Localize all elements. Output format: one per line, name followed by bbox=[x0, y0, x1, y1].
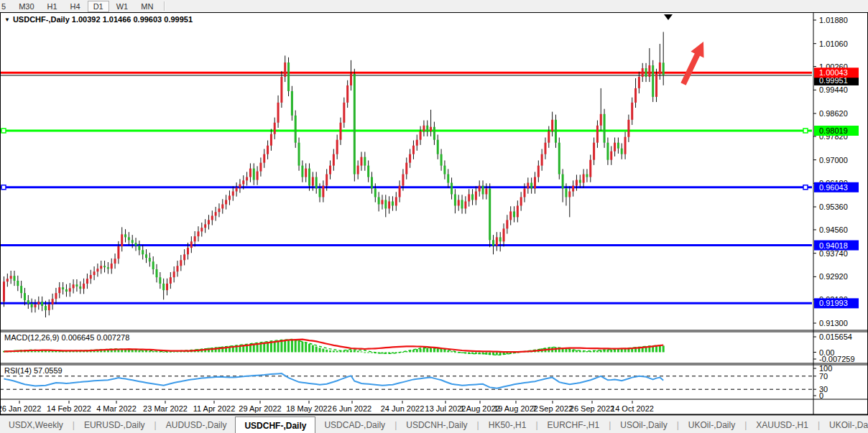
candle-body-up bbox=[48, 304, 50, 310]
macd-bar bbox=[443, 350, 445, 352]
candle-body-up bbox=[90, 275, 92, 279]
candle-body-up bbox=[173, 271, 175, 277]
candle-body-up bbox=[402, 174, 404, 186]
candle-body-down bbox=[604, 114, 606, 143]
candle-body-up bbox=[423, 126, 425, 131]
candle-body-up bbox=[648, 65, 650, 77]
candle-body-up bbox=[395, 197, 397, 205]
macd-bar bbox=[333, 350, 335, 352]
candle-body-up bbox=[187, 248, 189, 254]
candle-body-up bbox=[73, 284, 75, 288]
candle-body-up bbox=[638, 77, 640, 88]
candle-body-up bbox=[218, 208, 220, 212]
candle-body-up bbox=[340, 123, 342, 140]
candle-body-down bbox=[308, 169, 310, 186]
candle-body-down bbox=[606, 143, 609, 160]
timeframe-toolbar: 5M30H1H4D1W1MN bbox=[0, 0, 868, 13]
macd-bar bbox=[402, 352, 404, 353]
candle-body-up bbox=[343, 103, 345, 123]
candle-body-up bbox=[593, 143, 595, 160]
hline-handle-left[interactable] bbox=[1, 129, 6, 133]
candle-body-down bbox=[354, 74, 356, 174]
timeframe-button-w1[interactable]: W1 bbox=[111, 1, 134, 12]
price-tick-label: 1.01060 bbox=[819, 39, 848, 48]
macd-bar bbox=[291, 339, 293, 352]
candle-body-up bbox=[631, 103, 633, 120]
date-label: 26 Jan 2022 bbox=[0, 404, 41, 413]
candle-body-down bbox=[384, 200, 387, 208]
candle-body-up bbox=[388, 201, 390, 208]
candle-body-up bbox=[69, 288, 71, 292]
toolbar-separator bbox=[164, 1, 165, 11]
chart-tab-usdchf-daily[interactable]: USDCHF-,Daily bbox=[235, 416, 315, 433]
candle-body-up bbox=[239, 185, 241, 188]
price-chart-canvas[interactable]: 1.018801.010601.002600.994400.986200.978… bbox=[0, 12, 868, 415]
macd-bar bbox=[381, 353, 383, 354]
candle-body-up bbox=[194, 236, 196, 241]
chart-tab-hk50-h1[interactable]: HK50-,H1 bbox=[480, 416, 535, 433]
candle-body-down bbox=[152, 261, 154, 269]
chart-tab-ukoil-daily[interactable]: UKOil-,Daily bbox=[680, 416, 744, 433]
candle-body-down bbox=[301, 166, 303, 177]
candle-body-up bbox=[333, 154, 335, 166]
macd-bar bbox=[305, 343, 307, 352]
candle-body-down bbox=[645, 68, 647, 77]
date-label: 6 Jun 2022 bbox=[333, 404, 371, 413]
timeframe-button-m30[interactable]: M30 bbox=[13, 1, 40, 12]
candle-body-down bbox=[579, 180, 581, 183]
candle-body-down bbox=[13, 276, 15, 281]
chart-title-text: USDCHF-,Daily 1.00392 1.01466 0.99603 0.… bbox=[13, 15, 193, 24]
macd-bar bbox=[319, 348, 321, 352]
timeframe-button-d1[interactable]: D1 bbox=[88, 1, 109, 12]
timeframe-button-h1[interactable]: H1 bbox=[42, 1, 63, 12]
candle-body-down bbox=[253, 169, 255, 180]
timeframe-button-mn[interactable]: MN bbox=[135, 1, 159, 12]
candle-body-up bbox=[399, 186, 401, 197]
candle-body-down bbox=[45, 306, 47, 310]
hline-handle-left[interactable] bbox=[1, 185, 6, 190]
symbol-dropdown-icon[interactable]: ▼ bbox=[4, 17, 10, 23]
chart-tab-usoil-daily[interactable]: USOil-,Daily bbox=[611, 416, 675, 433]
candle-body-down bbox=[79, 287, 81, 289]
date-label: 24 Jun 2022 bbox=[381, 404, 425, 413]
candle-body-down bbox=[287, 62, 290, 91]
candle-body-up bbox=[270, 134, 272, 146]
candle-body-up bbox=[572, 186, 574, 192]
candle-body-down bbox=[298, 143, 300, 166]
candle-body-up bbox=[305, 169, 307, 177]
macd-bar bbox=[423, 348, 425, 352]
candle-body-down bbox=[621, 149, 623, 154]
candle-body-up bbox=[329, 166, 331, 174]
candle-body-up bbox=[479, 186, 481, 192]
candle-body-up bbox=[225, 200, 227, 204]
timeframe-button-h4[interactable]: H4 bbox=[65, 1, 86, 12]
chart-tab-audusd-daily[interactable]: AUDUSD-,Daily bbox=[157, 416, 236, 433]
candle-body-down bbox=[565, 189, 567, 197]
candle-body-up bbox=[190, 241, 193, 248]
candle-body-up bbox=[475, 192, 477, 200]
timeframe-button-5[interactable]: 5 bbox=[0, 1, 11, 12]
candle-body-down bbox=[558, 143, 560, 174]
chart-tab-xauusd-h1[interactable]: XAUUSD-,H1 bbox=[747, 416, 817, 433]
chart-window[interactable]: 1.018801.010601.002600.994400.986200.978… bbox=[0, 12, 868, 415]
hline-handle-right[interactable] bbox=[803, 129, 808, 133]
candle-body-down bbox=[315, 177, 318, 189]
chart-tab-usdcad-daily[interactable]: USDCAD-,Daily bbox=[315, 416, 394, 433]
chart-tab-usdcnh-daily[interactable]: USDCNH-,Daily bbox=[397, 416, 476, 433]
chart-tab-ukoil-daily[interactable]: UKOil-,Daily bbox=[821, 416, 868, 433]
macd-bar bbox=[360, 351, 362, 352]
candle-body-up bbox=[614, 143, 616, 152]
date-label: 26 Sep 2022 bbox=[570, 404, 614, 413]
candle-body-up bbox=[312, 177, 314, 186]
candle-body-up bbox=[430, 127, 432, 131]
candle-body-up bbox=[548, 131, 550, 143]
candle-body-up bbox=[659, 62, 661, 74]
candle-body-up bbox=[416, 140, 418, 146]
macd-bar bbox=[346, 350, 348, 352]
chart-tab-eurusd-daily[interactable]: EURUSD-,Daily bbox=[75, 416, 154, 433]
macd-bar bbox=[420, 349, 422, 353]
chart-tab-eurchf-h1[interactable]: EURCHF-,H1 bbox=[539, 416, 609, 433]
chart-tab-usdx-weekly[interactable]: USDX,Weekly bbox=[0, 416, 72, 433]
candle-body-down bbox=[159, 277, 161, 284]
hline-handle-right[interactable] bbox=[803, 185, 808, 190]
